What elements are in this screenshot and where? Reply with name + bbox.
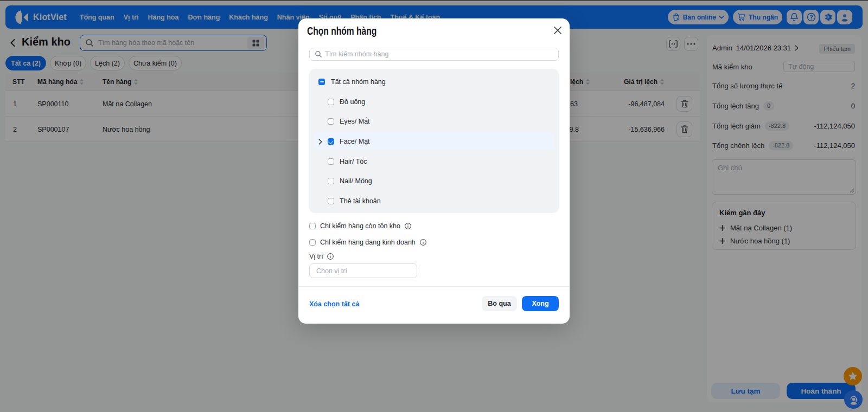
chevron-right-icon[interactable] <box>318 139 322 145</box>
skip-button[interactable]: Bỏ qua <box>482 296 517 311</box>
clear-all-link[interactable]: Xóa chọn tất cả <box>309 300 359 308</box>
search-icon <box>315 51 322 57</box>
location-label-row: Vị trí <box>309 253 334 260</box>
checkbox-unchecked[interactable] <box>328 99 334 105</box>
tree-item-row[interactable]: Eyes/ Mắt <box>309 112 559 131</box>
done-button[interactable]: Xong <box>522 296 559 311</box>
tree-item-label: Face/ Mặt <box>340 138 370 145</box>
group-tree-panel: Tất cả nhóm hàng Đồ uống Eyes/ Mắt Face/… <box>309 69 559 213</box>
option-label: Chỉ kiểm hàng đang kinh doanh <box>320 239 416 246</box>
tree-item-row-selected[interactable]: Face/ Mặt <box>309 132 559 151</box>
tree-item-row[interactable]: Hair/ Tóc <box>309 152 559 171</box>
checkbox-unchecked[interactable] <box>309 223 316 229</box>
option-active[interactable]: Chỉ kiểm hàng đang kinh doanh <box>309 239 426 246</box>
tree-root-label: Tất cả nhóm hàng <box>331 78 386 86</box>
tree-item-label: Thẻ tài khoản <box>340 197 381 205</box>
info-icon <box>405 223 411 229</box>
checkbox-unchecked[interactable] <box>328 198 334 204</box>
tree-item-row[interactable]: Thẻ tài khoản <box>309 191 559 211</box>
footer-divider <box>298 286 570 287</box>
modal-title: Chọn nhóm hàng <box>307 25 376 37</box>
checkbox-unchecked[interactable] <box>328 118 334 125</box>
tree-item-row[interactable]: Nail/ Móng <box>309 171 559 191</box>
location-label: Vị trí <box>309 253 323 260</box>
close-icon <box>553 25 563 35</box>
tree-root-row[interactable]: Tất cả nhóm hàng <box>309 72 559 92</box>
tree-item-label: Đồ uống <box>340 98 365 106</box>
group-search-input[interactable]: Tìm kiếm nhóm hàng <box>309 48 559 61</box>
checkbox-checked[interactable] <box>328 138 334 145</box>
checkbox-unchecked[interactable] <box>309 239 316 246</box>
modal-close-button[interactable] <box>553 25 563 35</box>
location-input[interactable]: Chọn vị trí <box>309 263 417 278</box>
tree-item-label: Eyes/ Mắt <box>340 118 370 125</box>
location-placeholder: Chọn vị trí <box>316 267 347 275</box>
info-icon <box>327 253 334 260</box>
option-in-stock[interactable]: Chỉ kiểm hàng còn tồn kho <box>309 222 411 230</box>
tree-item-label: Nail/ Móng <box>340 177 372 185</box>
choose-group-modal: Chọn nhóm hàng Tìm kiếm nhóm hàng Tất cả… <box>298 18 570 324</box>
checkbox-indeterminate[interactable] <box>318 79 325 85</box>
tree-item-row[interactable]: Đồ uống <box>309 92 559 112</box>
option-label: Chỉ kiểm hàng còn tồn kho <box>320 222 400 230</box>
checkbox-unchecked[interactable] <box>328 158 334 165</box>
checkbox-unchecked[interactable] <box>328 178 334 184</box>
tree-item-label: Hair/ Tóc <box>340 158 367 165</box>
info-icon <box>420 239 426 246</box>
group-search-placeholder: Tìm kiếm nhóm hàng <box>325 50 388 58</box>
